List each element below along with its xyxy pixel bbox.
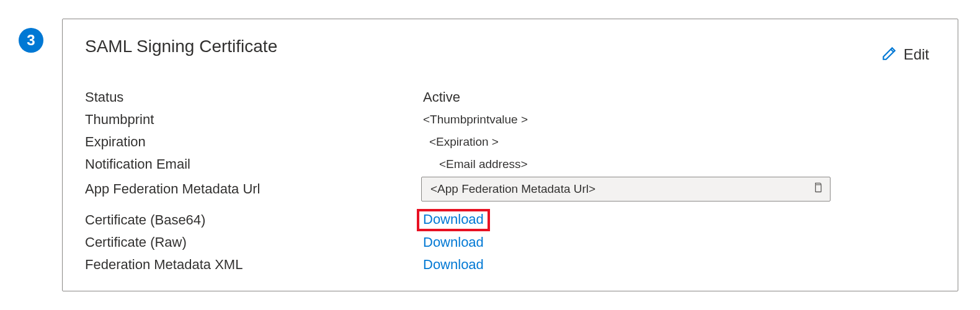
metadata-url-field[interactable]: <App Federation Metadata Url> — [421, 177, 831, 202]
cert-base64-label: Certificate (Base64) — [85, 212, 423, 228]
download-cert-base64-link[interactable]: Download — [423, 211, 484, 227]
card-title: SAML Signing Certificate — [85, 37, 277, 56]
row-notification-email: Notification Email <Email address> — [85, 153, 935, 175]
row-cert-raw: Certificate (Raw) Download — [85, 231, 935, 254]
fed-xml-label: Federation Metadata XML — [85, 257, 423, 273]
download-highlight-box: Download — [417, 209, 490, 231]
edit-button[interactable]: Edit — [881, 45, 929, 64]
pencil-icon — [881, 45, 898, 64]
metadata-url-text: <App Federation Metadata Url> — [430, 182, 811, 196]
fed-xml-value: Download — [423, 257, 935, 273]
cert-base64-value: Download — [423, 209, 935, 231]
row-fed-xml: Federation Metadata XML Download — [85, 254, 935, 276]
row-cert-base64: Certificate (Base64) Download — [85, 209, 935, 231]
row-thumbprint: Thumbprint <Thumbprintvalue > — [85, 108, 935, 131]
edit-button-label: Edit — [904, 46, 929, 63]
metadata-url-label: App Federation Metadata Url — [85, 181, 423, 197]
property-rows: Status Active Thumbprint <Thumbprintvalu… — [85, 86, 935, 276]
step-number: 3 — [27, 32, 35, 49]
notification-email-label: Notification Email — [85, 156, 423, 172]
status-value: Active — [423, 89, 935, 105]
cert-raw-label: Certificate (Raw) — [85, 234, 423, 250]
download-cert-raw-link[interactable]: Download — [423, 234, 484, 250]
thumbprint-value: <Thumbprintvalue > — [423, 113, 935, 126]
download-fed-xml-link[interactable]: Download — [423, 257, 484, 272]
svg-rect-0 — [816, 185, 821, 192]
cert-raw-value: Download — [423, 234, 935, 250]
status-label: Status — [85, 89, 423, 105]
row-metadata-url: App Federation Metadata Url <App Federat… — [85, 175, 935, 203]
row-expiration: Expiration <Expiration > — [85, 131, 935, 153]
metadata-url-value-wrap: <App Federation Metadata Url> — [423, 177, 935, 202]
expiration-value: <Expiration > — [423, 135, 935, 149]
expiration-label: Expiration — [85, 134, 423, 150]
notification-email-value: <Email address> — [423, 157, 935, 171]
row-status: Status Active — [85, 86, 935, 108]
step-number-badge: 3 — [19, 28, 43, 53]
card-header: SAML Signing Certificate Edit — [85, 37, 935, 64]
saml-signing-certificate-card: SAML Signing Certificate Edit Status Act… — [62, 19, 958, 291]
thumbprint-label: Thumbprint — [85, 112, 423, 128]
copy-icon[interactable] — [811, 180, 824, 198]
